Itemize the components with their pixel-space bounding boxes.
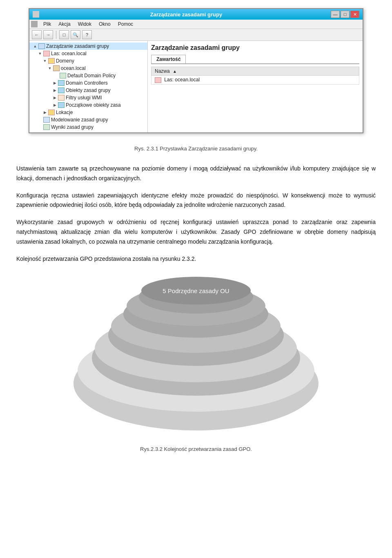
expand-wyniki [38, 125, 42, 130]
app-icon [33, 11, 39, 18]
tree-node-root-label: Zarządzanie zasadami grupy [46, 43, 109, 49]
tree-node-ozg[interactable]: ▶ Obiekty zasad grupy [29, 87, 147, 94]
tree-node-wyniki[interactable]: Wyniki zasad grupy [29, 123, 147, 131]
content-panel: Zarządzanie zasadami grupy Zawartość Naz… [148, 41, 363, 132]
tree-node-wyniki-label: Wyniki zasad grupy [51, 124, 94, 130]
expand-domeny[interactable]: ▼ [42, 58, 47, 63]
tree-node-dc[interactable]: ▶ Domain Controllers [29, 79, 147, 87]
menu-pomoc[interactable]: Pomoc [115, 20, 136, 28]
tree-node-modelowanie[interactable]: Modelowanie zasad grupy [29, 116, 147, 123]
toolbar: ← → □ 🔍 ? [29, 29, 363, 41]
menu-widok[interactable]: Widok [75, 20, 95, 28]
figure-caption-1: Rys. 2.3.1 Przystawka Zarządzanie zasada… [16, 146, 376, 152]
content-title: Zarządzanie zasadami grupy [151, 44, 359, 52]
paragraph-1: Ustawienia tam zawarte są przechowywane … [16, 164, 376, 184]
tab-zawartoc[interactable]: Zawartość [151, 55, 186, 63]
toolbar-separator [56, 31, 56, 39]
table-cell-name: Las: ocean.local [151, 76, 359, 85]
ddp-icon [60, 73, 66, 78]
windows-app: Zarządzanie zasadami grupy — □ ✕ Plik Ak… [29, 8, 363, 133]
ellipse-diagram: 1 Zasady lokalne 2 Zasady lokacji 3 Zasa… [74, 276, 318, 439]
expand-dc[interactable]: ▶ [52, 81, 57, 85]
menu-okno[interactable]: Okno [96, 20, 114, 28]
app-menu-icon [31, 21, 38, 27]
dc-icon [58, 80, 65, 86]
view-button[interactable]: □ [59, 30, 69, 39]
col-nazwa[interactable]: Nazwa ▲ [151, 67, 359, 76]
layer-1-label: 5 Podrzędne zasady OU [163, 287, 229, 294]
tree-node-fwmi[interactable]: ▶ Filtry usługi WMI [29, 94, 147, 101]
titlebar: Zarządzanie zasadami grupy — □ ✕ [29, 9, 363, 20]
root-icon [38, 43, 45, 49]
expand-ocean[interactable]: ▼ [47, 66, 52, 71]
tree-node-las-label: Las: ocean.local [51, 51, 87, 56]
tree-node-root[interactable]: ▲ Zarządzanie zasadami grupy [29, 43, 147, 50]
tree-node-ddp[interactable]: Default Domain Policy [29, 72, 147, 79]
expand-root[interactable]: ▲ [33, 44, 38, 49]
tree-node-modelowanie-label: Modelowanie zasad grupy [51, 117, 108, 123]
tree-node-las[interactable]: ▼ Las: ocean.local [29, 50, 147, 57]
expand-lokacje[interactable]: ▶ [42, 110, 47, 115]
paragraph-3: Wykorzystanie zasad grupowych w odróżnie… [16, 217, 376, 247]
expand-modelowanie [38, 117, 42, 122]
tree-panel: ▲ Zarządzanie zasadami grupy ▼ Las: ocea… [29, 41, 148, 132]
window-controls: — □ ✕ [331, 11, 359, 18]
forward-button[interactable]: → [43, 30, 53, 39]
lokacje-icon [48, 110, 55, 115]
fwmi-icon [58, 95, 65, 101]
search-button[interactable]: 🔍 [71, 30, 80, 39]
minimize-button[interactable]: — [331, 11, 340, 18]
tree-node-fwmi-label: Filtry usługi WMI [66, 95, 102, 101]
tree-node-lokacje[interactable]: ▶ Lokacje [29, 109, 147, 116]
help-button[interactable]: ? [82, 30, 92, 39]
content-tabs: Zawartość [151, 55, 359, 64]
ellipse-layer-1: 5 Podrzędne zasady OU [141, 277, 251, 305]
page-content: Zarządzanie zasadami grupy — □ ✕ Plik Ak… [16, 8, 376, 452]
paragraph-4: Kolejność przetwarzania GPO przedstawion… [16, 254, 376, 264]
figure-caption-2: Rys.2.3.2 Kolejność przetwarzania zasad … [16, 446, 376, 452]
tree-node-lokacje-label: Lokacje [56, 110, 73, 115]
ocean-icon [53, 65, 60, 71]
domeny-icon [48, 58, 55, 64]
table-row[interactable]: Las: ocean.local [151, 76, 359, 85]
tree-node-domeny[interactable]: ▼ Domeny [29, 57, 147, 65]
expand-poz[interactable]: ▶ [52, 103, 57, 108]
row-icon [155, 77, 161, 83]
poz-icon [58, 102, 65, 108]
tree-node-ocean[interactable]: ▼ ocean.local [29, 65, 147, 72]
tree-node-ozg-label: Obiekty zasad grupy [66, 87, 110, 93]
menubar: Plik Akcja Widok Okno Pomoc [29, 20, 363, 29]
tree-node-poz-label: Początkowe obiekty zasa [66, 102, 121, 108]
tree-node-ddp-label: Default Domain Policy [67, 73, 116, 78]
tree-node-domeny-label: Domeny [56, 58, 74, 64]
modelowanie-icon [43, 117, 50, 123]
diagram-container: 1 Zasady lokalne 2 Zasady lokacji 3 Zasa… [16, 276, 376, 439]
back-button[interactable]: ← [32, 30, 42, 39]
las-icon [43, 51, 50, 56]
close-button[interactable]: ✕ [350, 11, 359, 18]
ozg-icon [58, 87, 65, 93]
sort-arrow: ▲ [173, 69, 177, 74]
tree-node-poz[interactable]: ▶ Początkowe obiekty zasa [29, 101, 147, 109]
menu-akcja[interactable]: Akcja [55, 20, 74, 28]
paragraph-2: Konfiguracja ręczna ustawień zapewniając… [16, 191, 376, 211]
tree-node-dc-label: Domain Controllers [66, 80, 108, 86]
expand-ozg[interactable]: ▶ [52, 88, 57, 93]
tree-node-ocean-label: ocean.local [61, 65, 86, 71]
content-table: Nazwa ▲ Las: ocean.local [151, 67, 359, 85]
expand-ddp [54, 73, 59, 78]
wyniki-icon [43, 124, 50, 130]
expand-fwmi[interactable]: ▶ [52, 95, 57, 100]
expand-las[interactable]: ▼ [38, 51, 42, 56]
restore-button[interactable]: □ [341, 11, 350, 18]
window-body: ▲ Zarządzanie zasadami grupy ▼ Las: ocea… [29, 41, 363, 132]
menu-plik[interactable]: Plik [40, 20, 54, 28]
window-title: Zarządzanie zasadami grupy [42, 11, 331, 18]
